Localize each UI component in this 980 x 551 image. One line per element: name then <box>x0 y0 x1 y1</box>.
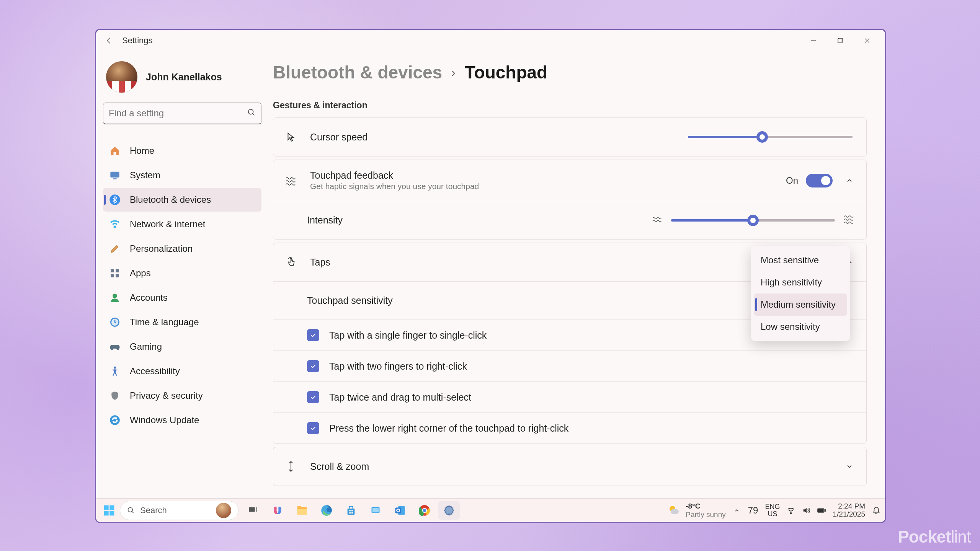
svg-rect-10 <box>116 274 119 277</box>
search-icon <box>247 108 256 118</box>
sensitivity-dropdown[interactable]: Most sensitive High sensitivity Medium s… <box>751 246 850 341</box>
nav-bluetooth[interactable]: Bluetooth & devices <box>103 188 261 212</box>
checkbox[interactable] <box>307 391 319 403</box>
settings-window: Settings John Kanellakos <box>95 29 886 523</box>
apps-icon <box>108 267 121 280</box>
checkbox[interactable] <box>307 360 319 372</box>
back-button[interactable] <box>101 33 117 49</box>
file-explorer-button[interactable] <box>291 501 313 520</box>
nav-personalization[interactable]: Personalization <box>103 237 261 261</box>
notifications-icon[interactable] <box>872 506 880 515</box>
nav-network[interactable]: Network & internet <box>103 212 261 236</box>
breadcrumb-parent[interactable]: Bluetooth & devices <box>273 62 442 83</box>
svg-rect-4 <box>110 172 119 178</box>
nav-accounts[interactable]: Accounts <box>103 286 261 310</box>
nav-update[interactable]: Windows Update <box>103 408 261 432</box>
window-controls <box>800 33 880 49</box>
breadcrumb: Bluetooth & devices › Touchpad <box>273 62 867 83</box>
copilot-button[interactable] <box>267 501 288 520</box>
nav-time[interactable]: Time & language <box>103 310 261 334</box>
volume-icon[interactable] <box>802 506 810 515</box>
svg-rect-26 <box>349 512 351 514</box>
cursor-speed-slider[interactable] <box>688 136 853 138</box>
haptic-icon <box>285 174 297 187</box>
language-indicator[interactable]: ENG US <box>765 503 780 518</box>
titlebar: Settings <box>96 30 885 51</box>
svg-rect-41 <box>818 509 824 512</box>
search-box[interactable] <box>103 103 261 124</box>
nav-privacy[interactable]: Privacy & security <box>103 384 261 408</box>
nav-system[interactable]: System <box>103 163 261 187</box>
taskbar-search[interactable]: Search <box>120 501 238 520</box>
svg-rect-18 <box>109 511 114 515</box>
dropdown-item[interactable]: Low sensitivity <box>754 316 847 338</box>
checkbox[interactable] <box>307 422 319 434</box>
maximize-button[interactable] <box>827 33 854 49</box>
dropdown-item[interactable]: Most sensitive <box>754 249 847 271</box>
intensity-low-icon <box>652 215 663 225</box>
nav-gaming[interactable]: Gaming <box>103 335 261 359</box>
nav-label: Apps <box>130 268 151 279</box>
scroll-zoom-card[interactable]: Scroll & zoom <box>273 447 867 486</box>
system-icon <box>108 169 121 182</box>
update-icon <box>108 414 121 427</box>
intensity-slider[interactable] <box>671 219 835 222</box>
feedback-toggle[interactable] <box>806 174 833 187</box>
svg-point-35 <box>423 509 426 512</box>
tray-number[interactable]: 79 <box>748 505 758 516</box>
minimize-button[interactable] <box>800 33 827 49</box>
network-icon <box>108 218 121 231</box>
main-content: Bluetooth & devices › Touchpad Gestures … <box>268 51 885 498</box>
store-button[interactable] <box>340 501 362 520</box>
wifi-icon[interactable] <box>787 506 795 515</box>
system-tray: -8°C Partly sunny 79 ENG US <box>667 502 880 519</box>
svg-rect-15 <box>104 505 109 510</box>
start-button[interactable] <box>101 502 118 519</box>
tray-expand-icon[interactable] <box>733 506 741 515</box>
tap-option[interactable]: Tap with two fingers to right-click <box>273 350 866 381</box>
outlook-button[interactable] <box>389 501 411 520</box>
bluetooth-icon <box>108 193 121 206</box>
nav-home[interactable]: Home <box>103 139 261 163</box>
accounts-icon <box>108 291 121 304</box>
clock[interactable]: 2:24 PM 1/21/2025 <box>833 502 865 518</box>
close-button[interactable] <box>854 33 880 49</box>
svg-rect-7 <box>111 269 114 272</box>
svg-rect-24 <box>349 510 351 511</box>
collapse-button[interactable] <box>844 175 855 186</box>
nav-accessibility[interactable]: Accessibility <box>103 359 261 383</box>
svg-rect-17 <box>104 511 109 515</box>
taps-card: Taps Touchpad sensitivity Tap with a sin… <box>273 243 867 444</box>
task-view-button[interactable] <box>242 501 264 520</box>
battery-icon[interactable] <box>817 506 826 515</box>
nav-label: Privacy & security <box>130 390 203 401</box>
nav-label: Accounts <box>130 292 168 303</box>
cursor-speed-card: Cursor speed <box>273 117 867 156</box>
app-button[interactable] <box>365 501 386 520</box>
tap-option[interactable]: Press the lower right corner of the touc… <box>273 412 866 443</box>
settings-app-button[interactable] <box>438 501 460 520</box>
svg-rect-5 <box>113 178 116 179</box>
tap-option-label: Tap with two fingers to right-click <box>329 361 467 372</box>
dropdown-item-selected[interactable]: Medium sensitivity <box>754 293 847 316</box>
svg-point-3 <box>248 109 253 114</box>
time-icon <box>108 316 121 329</box>
weather-widget[interactable]: -8°C Partly sunny <box>667 502 726 519</box>
search-input[interactable] <box>109 108 247 119</box>
intensity-label: Intensity <box>307 215 652 226</box>
nav-label: Bluetooth & devices <box>130 194 211 205</box>
privacy-icon <box>108 389 121 402</box>
expand-button[interactable] <box>844 461 855 472</box>
svg-rect-16 <box>109 505 114 510</box>
user-profile[interactable]: John Kanellakos <box>103 57 261 103</box>
checkbox[interactable] <box>307 329 319 341</box>
nav-apps[interactable]: Apps <box>103 261 261 285</box>
tap-option[interactable]: Tap twice and drag to multi-select <box>273 381 866 412</box>
sidebar: John Kanellakos Home <box>96 51 268 498</box>
svg-rect-27 <box>351 512 353 514</box>
nav-label: Personalization <box>130 243 193 254</box>
chrome-button[interactable] <box>414 501 435 520</box>
scroll-icon <box>285 460 297 473</box>
dropdown-item[interactable]: High sensitivity <box>754 271 847 293</box>
edge-button[interactable] <box>316 501 337 520</box>
